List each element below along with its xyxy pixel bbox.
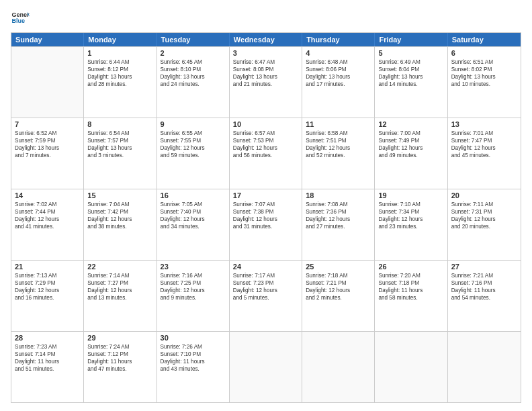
cell-line: and 59 minutes.: [161, 152, 226, 159]
day-number: 23: [161, 263, 226, 271]
cell-line: Daylight: 12 hours: [306, 144, 371, 152]
cell-line: Sunrise: 7:02 AM: [15, 201, 80, 208]
cell-line: Sunset: 7:16 PM: [451, 279, 517, 287]
cell-line: Daylight: 12 hours: [161, 144, 226, 152]
day-number: 27: [451, 263, 517, 271]
calendar-row-5: 28Sunrise: 7:23 AMSunset: 7:14 PMDayligh…: [11, 331, 521, 402]
cell-line: and 3 minutes.: [87, 152, 152, 159]
calendar-cell: 7Sunrise: 6:52 AMSunset: 7:59 PMDaylight…: [11, 118, 84, 189]
calendar-cell: [302, 332, 375, 402]
cell-line: Sunset: 7:10 PM: [161, 351, 226, 358]
cell-line: and 21 minutes.: [233, 81, 298, 88]
cell-line: Sunrise: 6:47 AM: [233, 58, 298, 66]
calendar-cell: 21Sunrise: 7:13 AMSunset: 7:29 PMDayligh…: [11, 261, 84, 331]
cell-line: Sunrise: 7:00 AM: [378, 130, 443, 137]
cell-line: Daylight: 11 hours: [378, 287, 443, 294]
cell-line: Daylight: 13 hours: [233, 73, 298, 81]
cell-line: and 56 minutes.: [233, 152, 298, 159]
cell-line: Sunrise: 7:14 AM: [87, 272, 152, 279]
cell-line: and 7 minutes.: [15, 152, 80, 159]
day-number: 20: [451, 191, 517, 199]
cell-line: and 58 minutes.: [378, 294, 443, 302]
cell-line: Daylight: 13 hours: [15, 144, 80, 152]
cell-line: Sunset: 7:40 PM: [161, 208, 226, 216]
cell-line: and 34 minutes.: [161, 223, 226, 230]
page: General Blue SundayMondayTuesdayWednesda…: [0, 0, 532, 411]
day-number: 29: [87, 334, 152, 342]
cell-line: Sunset: 8:02 PM: [451, 66, 517, 73]
calendar-cell: 15Sunrise: 7:04 AMSunset: 7:42 PMDayligh…: [84, 189, 157, 260]
cell-line: Sunrise: 7:18 AM: [306, 272, 371, 279]
day-number: 3: [233, 49, 298, 57]
cell-line: Sunrise: 7:26 AM: [161, 343, 226, 351]
day-number: 18: [306, 191, 371, 199]
cell-line: Daylight: 13 hours: [161, 73, 226, 81]
day-number: 7: [15, 120, 80, 128]
cell-line: and 23 minutes.: [378, 223, 443, 230]
svg-text:General: General: [11, 11, 30, 18]
day-number: 21: [15, 263, 80, 271]
day-number: 1: [87, 49, 152, 57]
cell-line: Daylight: 12 hours: [306, 216, 371, 223]
cell-line: and 52 minutes.: [306, 152, 371, 159]
cell-line: Sunrise: 7:04 AM: [87, 201, 152, 208]
cell-line: Sunset: 8:12 PM: [87, 66, 152, 73]
calendar-cell: 20Sunrise: 7:11 AMSunset: 7:31 PMDayligh…: [448, 189, 521, 260]
calendar-cell: 16Sunrise: 7:05 AMSunset: 7:40 PMDayligh…: [157, 189, 230, 260]
cell-line: Sunrise: 6:52 AM: [15, 130, 80, 137]
cell-line: Daylight: 13 hours: [87, 144, 152, 152]
calendar-cell: 14Sunrise: 7:02 AMSunset: 7:44 PMDayligh…: [11, 189, 84, 260]
cell-line: Sunrise: 7:08 AM: [306, 201, 371, 208]
cell-line: Sunset: 7:25 PM: [161, 279, 226, 287]
cell-line: Daylight: 12 hours: [15, 216, 80, 223]
cell-line: Daylight: 12 hours: [378, 216, 443, 223]
calendar-cell: 22Sunrise: 7:14 AMSunset: 7:27 PMDayligh…: [84, 261, 157, 331]
calendar-cell: 8Sunrise: 6:54 AMSunset: 7:57 PMDaylight…: [84, 118, 157, 189]
calendar-cell: 24Sunrise: 7:17 AMSunset: 7:23 PMDayligh…: [230, 261, 302, 331]
cell-line: Daylight: 13 hours: [87, 73, 152, 81]
cell-line: Daylight: 11 hours: [15, 358, 80, 365]
cell-line: Sunrise: 7:21 AM: [451, 272, 517, 279]
calendar-header: SundayMondayTuesdayWednesdayThursdayFrid…: [11, 33, 521, 46]
cell-line: Sunrise: 7:13 AM: [15, 272, 80, 279]
day-number: 8: [87, 120, 152, 128]
day-number: 16: [161, 191, 226, 199]
header-day-friday: Friday: [375, 33, 447, 46]
day-number: 2: [161, 49, 226, 57]
cell-line: Sunrise: 6:51 AM: [451, 58, 517, 66]
cell-line: and 27 minutes.: [306, 223, 371, 230]
day-number: 15: [87, 191, 152, 199]
cell-line: and 16 minutes.: [15, 294, 80, 302]
cell-line: Sunrise: 7:01 AM: [451, 130, 517, 137]
cell-line: Sunset: 7:38 PM: [233, 208, 298, 216]
cell-line: Sunrise: 7:16 AM: [161, 272, 226, 279]
header-day-monday: Monday: [84, 33, 157, 46]
calendar-cell: 9Sunrise: 6:55 AMSunset: 7:55 PMDaylight…: [157, 118, 230, 189]
cell-line: and 43 minutes.: [161, 365, 226, 373]
cell-line: Sunset: 7:59 PM: [15, 137, 80, 144]
cell-line: and 10 minutes.: [451, 81, 517, 88]
calendar-cell: [11, 47, 84, 118]
cell-line: Sunset: 7:29 PM: [15, 279, 80, 287]
cell-line: Sunset: 7:12 PM: [87, 351, 152, 358]
cell-line: Daylight: 12 hours: [451, 216, 517, 223]
cell-line: Sunset: 7:18 PM: [378, 279, 443, 287]
cell-line: Sunset: 7:44 PM: [15, 208, 80, 216]
day-number: 13: [451, 120, 517, 128]
day-number: 10: [233, 120, 298, 128]
cell-line: and 9 minutes.: [161, 294, 226, 302]
calendar-cell: 11Sunrise: 6:58 AMSunset: 7:51 PMDayligh…: [302, 118, 375, 189]
logo-icon: General Blue: [11, 8, 30, 27]
cell-line: and 47 minutes.: [87, 365, 152, 373]
cell-line: Sunrise: 7:23 AM: [15, 343, 80, 351]
header-day-sunday: Sunday: [11, 33, 84, 46]
cell-line: Sunrise: 7:07 AM: [233, 201, 298, 208]
cell-line: Sunrise: 6:49 AM: [378, 58, 443, 66]
cell-line: Sunset: 7:53 PM: [233, 137, 298, 144]
cell-line: and 41 minutes.: [15, 223, 80, 230]
cell-line: and 14 minutes.: [378, 81, 443, 88]
cell-line: and 45 minutes.: [451, 152, 517, 159]
cell-line: Sunset: 7:47 PM: [451, 137, 517, 144]
day-number: 24: [233, 263, 298, 271]
calendar-cell: 13Sunrise: 7:01 AMSunset: 7:47 PMDayligh…: [448, 118, 521, 189]
